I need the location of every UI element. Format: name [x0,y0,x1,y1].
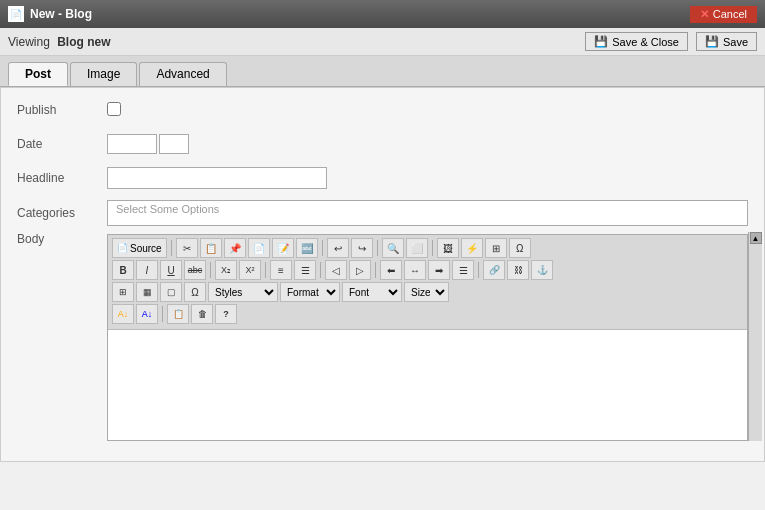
viewing-bar-right: 💾 Save & Close 💾 Save [585,32,757,51]
form-area: Publish Date Headline Categories [0,87,765,462]
separator-6 [265,262,266,278]
save-close-label: Save & Close [612,36,679,48]
window-icon: 📄 [8,6,24,22]
headline-input[interactable] [107,167,327,189]
separator-5 [210,262,211,278]
tab-post[interactable]: Post [8,62,68,86]
help-button[interactable]: ? [215,304,237,324]
categories-control: Select Some Options [107,200,748,226]
redo-button[interactable]: ↪ [351,238,373,258]
editor-toolbar: 📄 Source ✂ 📋 📌 📄 📝 🔤 ↩ [108,235,747,330]
paste-text-button[interactable]: 📄 [248,238,270,258]
font-color-button[interactable]: A↓ [112,304,134,324]
font-select[interactable]: Font [342,282,402,302]
cut-button[interactable]: ✂ [176,238,198,258]
anchor-button[interactable]: ⚓ [531,260,553,280]
publish-checkbox[interactable] [107,102,121,116]
date-control [107,134,748,154]
separator-8 [375,262,376,278]
save-disk-icon: 💾 [705,35,719,48]
headline-label: Headline [17,171,107,185]
tab-advanced-label: Advanced [156,67,209,81]
headline-row: Headline [17,166,748,190]
toolbar-row-2: B I U abc X₂ X² ≡ ☰ ◁ ▷ [112,260,743,280]
ordered-list-button[interactable]: ☰ [294,260,316,280]
tabs-bar: Post Image Advanced [0,56,765,87]
spell-check-button[interactable]: 🔤 [296,238,318,258]
bold-button[interactable]: B [112,260,134,280]
publish-row: Publish [17,98,748,122]
image-button[interactable]: 🖼 [437,238,459,258]
underline-button[interactable]: U [160,260,182,280]
subscript-button[interactable]: X₂ [215,260,237,280]
copy-button[interactable]: 📋 [200,238,222,258]
show-borders-button[interactable]: ▢ [160,282,182,302]
tab-image-label: Image [87,67,120,81]
date-input-secondary[interactable] [159,134,189,154]
separator-4 [432,240,433,256]
cancel-button[interactable]: ✕ Cancel [690,6,757,23]
toolbar-row-4: A↓ A↓ 📋 🗑 ? [112,304,743,324]
title-bar: 📄 New - Blog ✕ Cancel [0,0,765,28]
bg-color-button[interactable]: A↓ [136,304,158,324]
outdent-button[interactable]: ◁ [325,260,347,280]
separator-2 [322,240,323,256]
indent-button[interactable]: ▷ [349,260,371,280]
table-props-button[interactable]: ⊞ [112,282,134,302]
flash-button[interactable]: ⚡ [461,238,483,258]
align-justify-button[interactable]: ☰ [452,260,474,280]
scrollbar[interactable]: ▲ [748,232,762,441]
body-label: Body [17,232,107,246]
categories-select[interactable]: Select Some Options [107,200,748,226]
viewing-bar-left: Viewing Blog new [8,35,111,49]
separator-9 [478,262,479,278]
scroll-up-button[interactable]: ▲ [750,232,762,244]
categories-placeholder: Select Some Options [116,203,219,215]
special-char-button[interactable]: Ω [509,238,531,258]
viewing-text: Viewing [8,35,50,49]
tab-advanced[interactable]: Advanced [139,62,226,86]
body-editor: 📄 Source ✂ 📋 📌 📄 📝 🔤 ↩ [107,234,748,441]
unordered-list-button[interactable]: ≡ [270,260,292,280]
blog-new-text: Blog new [57,35,110,49]
cancel-x-icon: ✕ [700,8,709,21]
align-center-button[interactable]: ↔ [404,260,426,280]
body-editor-wrapper: 📄 Source ✂ 📋 📌 📄 📝 🔤 ↩ [107,232,748,441]
publish-control [107,102,748,119]
separator-3 [377,240,378,256]
body-row: Body 📄 Source ✂ 📋 📌 [17,232,748,441]
format-select[interactable]: Format [280,282,340,302]
styles-select[interactable]: Styles [208,282,278,302]
tab-image[interactable]: Image [70,62,137,86]
disk-icon: 💾 [594,35,608,48]
paste-from-word-2-button[interactable]: 📋 [167,304,189,324]
remove-format-button[interactable]: 🗑 [191,304,213,324]
paste-word-button[interactable]: 📝 [272,238,294,258]
align-right-button[interactable]: ➡ [428,260,450,280]
headline-control [107,167,748,189]
title-bar-left: 📄 New - Blog [8,6,92,22]
window-title: New - Blog [30,7,92,21]
align-left-button[interactable]: ⬅ [380,260,402,280]
date-input-main[interactable] [107,134,157,154]
table-button[interactable]: ⊞ [485,238,507,258]
unlink-button[interactable]: ⛓ [507,260,529,280]
editor-content[interactable] [108,330,747,440]
find-replace-button[interactable]: 🔍 [382,238,404,258]
show-blocks-button[interactable]: ▦ [136,282,158,302]
strikethrough-button[interactable]: abc [184,260,206,280]
save-button[interactable]: 💾 Save [696,32,757,51]
select-all-button[interactable]: ⬜ [406,238,428,258]
source-button[interactable]: 📄 Source [112,238,167,258]
date-label: Date [17,137,107,151]
undo-button[interactable]: ↩ [327,238,349,258]
categories-row: Categories Select Some Options [17,200,748,226]
size-select[interactable]: Size [404,282,449,302]
italic-button[interactable]: I [136,260,158,280]
omega-button[interactable]: Ω [184,282,206,302]
paste-button[interactable]: 📌 [224,238,246,258]
link-button[interactable]: 🔗 [483,260,505,280]
superscript-button[interactable]: X² [239,260,261,280]
source-label: Source [130,243,162,254]
save-close-button[interactable]: 💾 Save & Close [585,32,688,51]
